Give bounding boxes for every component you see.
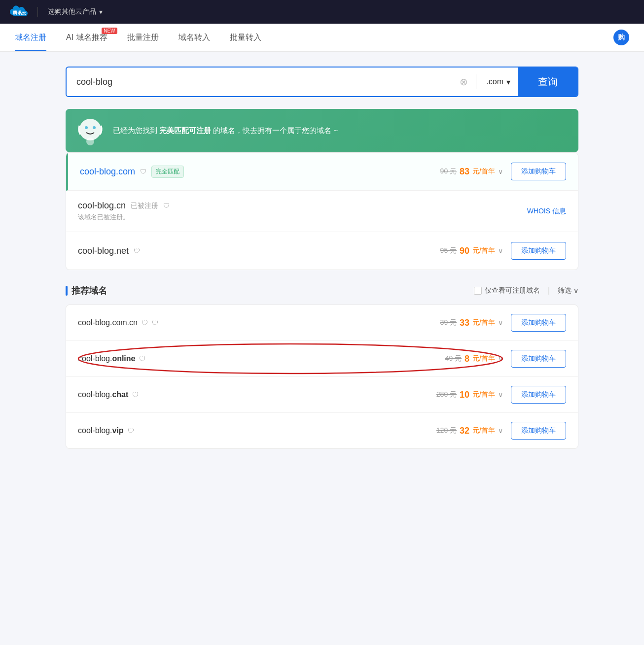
tab-domain-transfer[interactable]: 域名转入 xyxy=(179,24,210,51)
shield2-icon-com-cn: 🛡 xyxy=(152,319,158,327)
price-section-chat: 280 元 10 元/首年 ∨ xyxy=(436,390,503,400)
price-unit-net: 元/首年 xyxy=(472,246,495,255)
current-price-vip: 32 xyxy=(460,426,469,436)
search-input[interactable] xyxy=(67,69,454,95)
result-row-net: cool-blog.net 🛡 95 元 90 元/首年 ∨ 添加购物车 xyxy=(66,232,578,270)
logo: 腾讯云 xyxy=(10,5,28,19)
svg-text:腾讯云: 腾讯云 xyxy=(12,10,26,15)
rec-name-com-cn: cool-blog.com.cn 🛡 🛡 xyxy=(78,318,432,327)
result-name-net: cool-blog.net 🛡 xyxy=(78,246,432,256)
add-cart-button-vip[interactable]: 添加购物车 xyxy=(511,422,566,440)
tld-chevron-icon: ▾ xyxy=(506,77,510,87)
filter-checkbox-box[interactable] xyxy=(474,287,482,295)
clear-button[interactable]: ⊗ xyxy=(454,76,474,88)
recommended-card: cool-blog.com.cn 🛡 🛡 39 元 33 元/首年 ∨ 添加购物… xyxy=(66,305,578,449)
domain-name-com: cool-blog.com xyxy=(80,167,135,177)
current-price-com: 83 xyxy=(460,167,469,177)
rec-row-vip: cool-blog.vip 🛡 120 元 32 元/首年 ∨ 添加购物车 xyxy=(66,413,578,448)
whois-button-cn[interactable]: WHOIS 信息 xyxy=(527,207,566,216)
original-price-com: 90 元 xyxy=(440,167,457,176)
svg-point-3 xyxy=(93,126,96,129)
shield-icon-com: 🛡 xyxy=(140,168,146,175)
price-unit-vip: 元/首年 xyxy=(472,426,495,435)
rec-row-com-cn: cool-blog.com.cn 🛡 🛡 39 元 33 元/首年 ∨ 添加购物… xyxy=(66,305,578,341)
result-row-com: cool-blog.com 🛡 完全匹配 90 元 83 元/首年 ∨ 添加购物… xyxy=(66,153,578,191)
search-banner: 已经为您找到 完美匹配可注册 的域名，快去拥有一个属于您的域名 ~ xyxy=(66,109,578,152)
search-button[interactable]: 查询 xyxy=(518,68,577,96)
tab-ai-domain[interactable]: AI 域名推荐 NEW xyxy=(66,24,107,51)
filter-chevron-icon: ∨ xyxy=(573,287,578,295)
original-price-chat: 280 元 xyxy=(436,390,457,399)
topbar-divider xyxy=(37,7,38,17)
add-cart-button-com[interactable]: 添加购物车 xyxy=(511,163,566,180)
shield-icon-online: 🛡 xyxy=(139,355,145,363)
section-title-bar-icon xyxy=(66,286,68,296)
select-product-button[interactable]: 选购其他云产品 ▾ xyxy=(48,7,103,16)
price-unit-com-cn: 元/首年 xyxy=(472,318,495,327)
tab-domain-register[interactable]: 域名注册 xyxy=(15,24,46,51)
price-section-com: 90 元 83 元/首年 ∨ xyxy=(440,167,503,177)
registered-label-cn: 已被注册 xyxy=(131,202,158,210)
main-content: ⊗ .com ▾ 查询 已经为您找到 完美匹配可注册 的域名，快去拥有一个属于您… xyxy=(51,52,593,464)
shield-icon-cn: 🛡 xyxy=(163,202,170,209)
price-chevron-icon-vip[interactable]: ∨ xyxy=(498,427,503,435)
price-section-net: 95 元 90 元/首年 ∨ xyxy=(440,246,503,256)
search-box: ⊗ .com ▾ 查询 xyxy=(66,67,578,97)
price-unit-chat: 元/首年 xyxy=(472,390,495,399)
topbar: 腾讯云 选购其他云产品 ▾ xyxy=(0,0,644,24)
rec-row-chat: cool-blog.chat 🛡 280 元 10 元/首年 ∨ 添加购物车 xyxy=(66,377,578,413)
shield-icon-net: 🛡 xyxy=(134,247,140,255)
tab-batch-transfer[interactable]: 批量转入 xyxy=(230,24,261,51)
select-product-label: 选购其他云产品 xyxy=(48,7,96,16)
svg-point-1 xyxy=(79,119,101,140)
ai-tab-badge: NEW xyxy=(102,28,117,34)
shield-icon-chat: 🛡 xyxy=(132,391,139,399)
price-chevron-icon-com[interactable]: ∨ xyxy=(498,168,503,175)
result-name-com: cool-blog.com 🛡 完全匹配 xyxy=(80,166,432,178)
svg-point-2 xyxy=(85,126,88,129)
original-price-online: 49 元 xyxy=(445,354,462,363)
result-row-cn: cool-blog.cn 已被注册 🛡 该域名已被注册。 WHOIS 信息 xyxy=(66,191,578,232)
search-results-card: cool-blog.com 🛡 完全匹配 90 元 83 元/首年 ∨ 添加购物… xyxy=(66,152,578,270)
domain-name-net: cool-blog.net xyxy=(78,246,129,256)
recommended-section-header: 推荐域名 仅查看可注册域名 | 筛选 ∨ xyxy=(66,285,578,297)
original-price-net: 95 元 xyxy=(440,246,457,255)
rec-row-online: cool-blog.online 🛡 49 元 8 元/首年 ∨ 添加购物车 xyxy=(66,341,578,377)
add-cart-button-com-cn[interactable]: 添加购物车 xyxy=(511,314,566,332)
filter-button[interactable]: 筛选 ∨ xyxy=(558,286,578,295)
add-cart-button-chat[interactable]: 添加购物车 xyxy=(511,386,566,404)
match-badge: 完全匹配 xyxy=(151,166,184,178)
current-price-net: 90 xyxy=(460,246,469,256)
price-chevron-icon-net[interactable]: ∨ xyxy=(498,247,503,255)
domain-name-cn: cool-blog.cn xyxy=(78,201,126,211)
price-unit-com: 元/首年 xyxy=(472,167,495,176)
tld-selector[interactable]: .com ▾ xyxy=(478,77,518,87)
cloud-logo-icon: 腾讯云 xyxy=(10,5,28,19)
result-name-cn: cool-blog.cn 已被注册 🛡 xyxy=(78,201,519,211)
banner-text: 已经为您找到 完美匹配可注册 的域名，快去拥有一个属于您的域名 ~ xyxy=(113,126,338,136)
rec-name-vip: cool-blog.vip 🛡 xyxy=(78,426,429,435)
svg-point-4 xyxy=(86,137,94,145)
price-chevron-icon-online[interactable]: ∨ xyxy=(498,355,503,363)
chevron-down-icon: ▾ xyxy=(99,8,103,16)
price-chevron-icon-com-cn[interactable]: ∨ xyxy=(498,319,503,327)
filter-checkbox-label[interactable]: 仅查看可注册域名 xyxy=(474,286,540,295)
rec-name-chat: cool-blog.chat 🛡 xyxy=(78,390,429,399)
shield-icon-com-cn: 🛡 xyxy=(142,319,148,327)
tab-batch-register[interactable]: 批量注册 xyxy=(127,24,159,51)
registered-note-cn: 该域名已被注册。 xyxy=(78,213,519,222)
price-chevron-icon-chat[interactable]: ∨ xyxy=(498,391,503,399)
tab-navigation: 域名注册 AI 域名推荐 NEW 批量注册 域名转入 批量转入 购 xyxy=(0,24,644,52)
current-price-com-cn: 33 xyxy=(460,318,469,328)
add-cart-button-net[interactable]: 添加购物车 xyxy=(511,242,566,260)
section-title: 推荐域名 xyxy=(66,285,107,297)
price-section-online: 49 元 8 元/首年 ∨ xyxy=(445,354,503,364)
price-section-com-cn: 39 元 33 元/首年 ∨ xyxy=(440,318,503,328)
add-cart-button-online[interactable]: 添加购物车 xyxy=(511,350,566,368)
tab-nav-right: 购 xyxy=(613,30,629,45)
search-divider xyxy=(476,74,476,89)
user-avatar[interactable]: 购 xyxy=(613,30,629,45)
original-price-vip: 120 元 xyxy=(436,426,457,435)
section-controls: 仅查看可注册域名 | 筛选 ∨ xyxy=(474,286,578,295)
result-inner-cn: cool-blog.cn 已被注册 🛡 该域名已被注册。 xyxy=(78,201,519,222)
